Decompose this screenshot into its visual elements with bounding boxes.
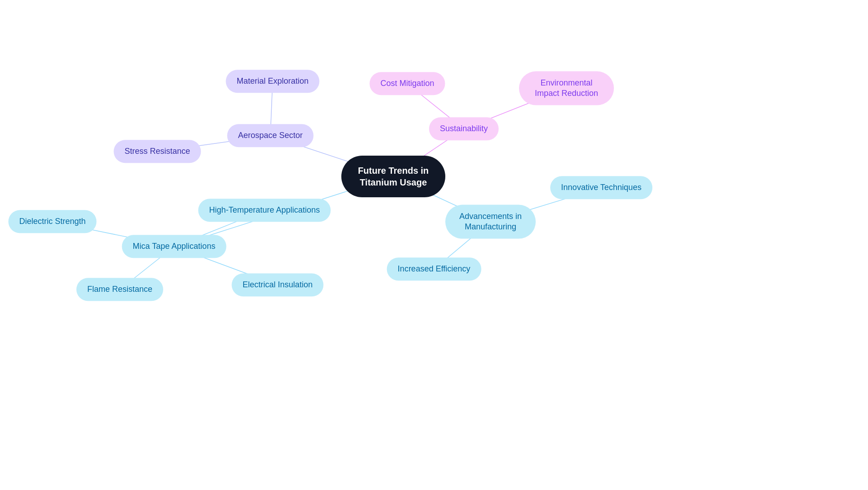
node-label-electrical: Electrical Insulation [242,280,312,290]
node-aerospace[interactable]: Aerospace Sector [227,124,313,147]
node-stress[interactable]: Stress Resistance [113,140,201,163]
node-flame[interactable]: Flame Resistance [76,278,163,301]
node-label-flame: Flame Resistance [87,284,152,295]
mindmap-container: Future Trends in Titanium UsageAerospace… [0,0,868,490]
node-sustainability[interactable]: Sustainability [429,117,499,140]
node-material[interactable]: Material Exploration [226,70,319,93]
node-center[interactable]: Future Trends in Titanium Usage [341,156,445,197]
node-label-increased: Increased Efficiency [398,264,471,274]
node-label-dielectric: Dielectric Strength [19,216,85,227]
node-micatape[interactable]: Mica Tape Applications [122,235,226,258]
node-cost[interactable]: Cost Mitigation [369,72,445,95]
node-dielectric[interactable]: Dielectric Strength [8,210,96,233]
node-label-sustainability: Sustainability [440,124,488,134]
node-label-micatape: Mica Tape Applications [133,241,216,252]
node-electrical[interactable]: Electrical Insulation [231,273,323,296]
node-label-center: Future Trends in Titanium Usage [355,165,432,188]
node-label-hightemp: High-Temperature Applications [209,205,320,215]
node-advancements[interactable]: Advancements in Manufacturing [445,205,536,239]
node-label-stress: Stress Resistance [124,146,190,157]
node-label-cost: Cost Mitigation [380,78,434,89]
node-label-aerospace: Aerospace Sector [238,130,302,141]
node-label-innovative: Innovative Techniques [561,182,642,193]
node-increased[interactable]: Increased Efficiency [387,257,481,281]
node-label-advancements: Advancements in Manufacturing [456,211,525,233]
node-env[interactable]: Environmental Impact Reduction [519,71,614,105]
node-label-env: Environmental Impact Reduction [530,78,603,99]
node-label-material: Material Exploration [236,76,308,86]
node-hightemp[interactable]: High-Temperature Applications [198,199,330,222]
node-innovative[interactable]: Innovative Techniques [550,176,652,199]
